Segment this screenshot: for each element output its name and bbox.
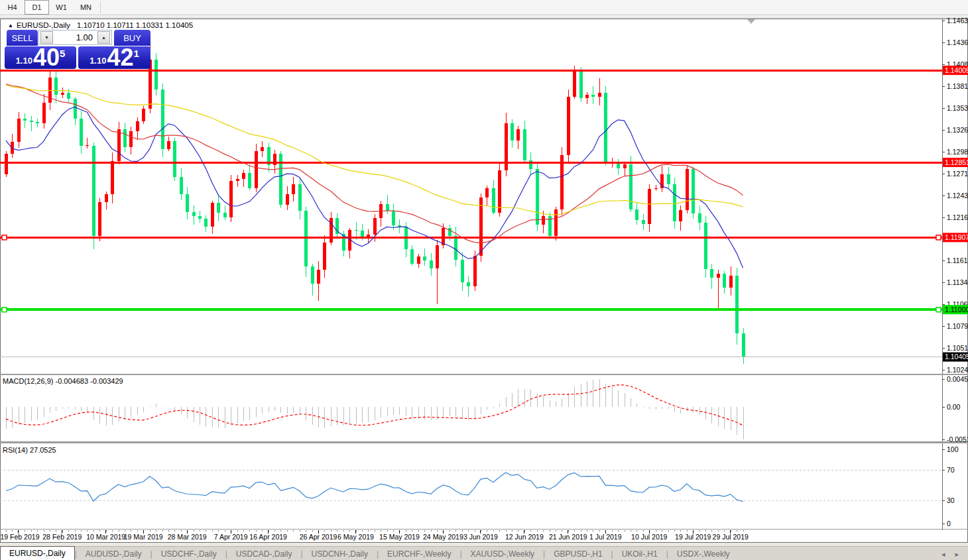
svg-text:1.13260: 1.13260 bbox=[947, 126, 968, 134]
chart-title: ▲EURUSD-,Daily1.10710 1.10711 1.10331 1.… bbox=[8, 21, 193, 29]
one-click-trade-panel: SELL ▼ 1.00 ▲ BUY 1.10 40 5 1.10 42 1 bbox=[5, 30, 151, 69]
svg-text:19 Jul 2019: 19 Jul 2019 bbox=[675, 533, 711, 541]
svg-text:26 Apr 2019: 26 Apr 2019 bbox=[300, 533, 337, 541]
tabs-scroll-icons[interactable]: ◂ ▸ bbox=[941, 550, 968, 560]
buy-price-small: 1.10 bbox=[90, 56, 106, 66]
svg-text:12 Jun 2019: 12 Jun 2019 bbox=[505, 533, 544, 541]
svg-text:70: 70 bbox=[947, 466, 955, 474]
svg-text:1.14360: 1.14360 bbox=[947, 38, 968, 46]
svg-text:24 May 2019: 24 May 2019 bbox=[423, 533, 463, 541]
svg-text:28 Feb 2019: 28 Feb 2019 bbox=[42, 533, 82, 541]
tab-ukoil-h1[interactable]: UKOil-,H1 bbox=[613, 548, 666, 560]
tab-usdchf-daily[interactable]: USDCHF-,Daily bbox=[152, 548, 225, 560]
buy-price-big: 42 bbox=[107, 48, 133, 68]
svg-text:1.11000: 1.11000 bbox=[945, 306, 968, 313]
svg-text:1.10515: 1.10515 bbox=[947, 344, 968, 352]
tab-eurusd-daily[interactable]: EURUSD-,Daily bbox=[0, 546, 75, 560]
collapse-triangle-icon[interactable]: ▲ bbox=[8, 23, 13, 28]
svg-text:1.13810: 1.13810 bbox=[947, 82, 968, 90]
tab-usdcad-daily[interactable]: USDCAD-,Daily bbox=[227, 548, 301, 560]
price-tag-1.11907: 1.11907 bbox=[943, 233, 968, 242]
svg-text:3 Jun 2019: 3 Jun 2019 bbox=[463, 533, 498, 541]
svg-text:7 Apr 2019: 7 Apr 2019 bbox=[214, 533, 248, 541]
spin-up-icon[interactable]: ▲ bbox=[97, 31, 110, 44]
svg-text:0: 0 bbox=[947, 520, 951, 528]
sell-price-small: 1.10 bbox=[16, 56, 32, 66]
tab-gbpusd-h1[interactable]: GBPUSD-,H1 bbox=[545, 548, 611, 560]
svg-text:1.10405: 1.10405 bbox=[945, 353, 968, 361]
svg-text:100: 100 bbox=[947, 445, 959, 453]
svg-text:10 Jul 2019: 10 Jul 2019 bbox=[631, 533, 667, 541]
svg-text:19 Mar 2019: 19 Mar 2019 bbox=[124, 533, 163, 541]
chart-canvas[interactable]: 1.146351.143601.140851.138101.135351.132… bbox=[0, 0, 968, 560]
tab-eurchf-weekly[interactable]: EURCHF-,Weekly bbox=[379, 548, 459, 560]
sell-price-button[interactable]: 1.10 40 5 bbox=[5, 46, 76, 69]
spin-down-icon[interactable]: ▼ bbox=[40, 31, 53, 44]
price-tag-1.10405: 1.10405 bbox=[943, 353, 968, 362]
svg-text:10 Mar 2019: 10 Mar 2019 bbox=[86, 533, 125, 541]
volume-spinner: ▼ 1.00 ▲ bbox=[38, 30, 112, 45]
svg-text:1.13535: 1.13535 bbox=[947, 104, 968, 112]
price-tag-1.11000: 1.11000 bbox=[943, 305, 968, 314]
sell-price-big: 40 bbox=[33, 48, 60, 68]
svg-text:1.14009: 1.14009 bbox=[945, 66, 968, 74]
svg-text:1.12985: 1.12985 bbox=[947, 148, 968, 156]
svg-text:1.12160: 1.12160 bbox=[947, 213, 968, 221]
svg-text:6 May 2019: 6 May 2019 bbox=[337, 533, 374, 541]
svg-text:15 May 2019: 15 May 2019 bbox=[379, 533, 420, 541]
svg-text:1.12435: 1.12435 bbox=[947, 192, 968, 199]
svg-text:1.14635: 1.14635 bbox=[947, 17, 968, 25]
svg-text:1.12710: 1.12710 bbox=[947, 170, 968, 178]
sell-price-sup: 5 bbox=[60, 48, 65, 59]
svg-text:1.10790: 1.10790 bbox=[947, 322, 968, 330]
price-tag-1.12851: 1.12851 bbox=[943, 158, 968, 167]
svg-text:30: 30 bbox=[947, 496, 955, 504]
chart-symbol: EURUSD-,Daily bbox=[17, 21, 70, 29]
svg-text:1.12851: 1.12851 bbox=[945, 158, 968, 166]
svg-text:21 Jun 2019: 21 Jun 2019 bbox=[549, 533, 587, 541]
svg-text:0.004532: 0.004532 bbox=[947, 375, 968, 383]
svg-text:1.10240: 1.10240 bbox=[947, 366, 968, 374]
chart-ohlc: 1.10710 1.10711 1.10331 1.10405 bbox=[77, 21, 193, 29]
svg-text:1 Jul 2019: 1 Jul 2019 bbox=[589, 533, 622, 541]
tab-xauusd-weekly[interactable]: XAUUSD-,Weekly bbox=[462, 548, 543, 560]
chart-tabbar: EURUSD-,Daily|AUDUSD-,Daily|USDCHF-,Dail… bbox=[0, 546, 968, 560]
svg-text:1.11907: 1.11907 bbox=[945, 233, 968, 241]
svg-text:28 Mar 2019: 28 Mar 2019 bbox=[168, 533, 207, 541]
buy-price-sup: 1 bbox=[134, 48, 139, 59]
tab-usdx-weekly[interactable]: USDX-,Weekly bbox=[668, 548, 739, 560]
tab-usdcnh-daily[interactable]: USDCNH-,Daily bbox=[303, 548, 377, 560]
price-tag-1.14009: 1.14009 bbox=[943, 66, 968, 75]
mt4-window: H4D1W1MN 1.146351.143601.140851.138101.1… bbox=[0, 0, 968, 560]
svg-text:0.00: 0.00 bbox=[947, 403, 961, 411]
svg-text:19 Feb 2019: 19 Feb 2019 bbox=[1, 533, 40, 541]
svg-text:-0.005122: -0.005122 bbox=[947, 435, 968, 443]
svg-text:29 Jul 2019: 29 Jul 2019 bbox=[713, 533, 749, 541]
macd-label: MACD(12,26,9) -0.004683 -0.003429 bbox=[3, 377, 123, 385]
tab-audusd-daily[interactable]: AUDUSD-,Daily bbox=[77, 548, 151, 560]
volume-field[interactable]: 1.00 bbox=[54, 32, 96, 42]
svg-text:1.11615: 1.11615 bbox=[947, 256, 968, 264]
svg-text:16 Apr 2019: 16 Apr 2019 bbox=[249, 533, 287, 541]
buy-price-button[interactable]: 1.10 42 1 bbox=[78, 46, 151, 69]
rsi-label: RSI(14) 27.0525 bbox=[3, 446, 56, 454]
svg-text:1.11340: 1.11340 bbox=[947, 278, 968, 286]
